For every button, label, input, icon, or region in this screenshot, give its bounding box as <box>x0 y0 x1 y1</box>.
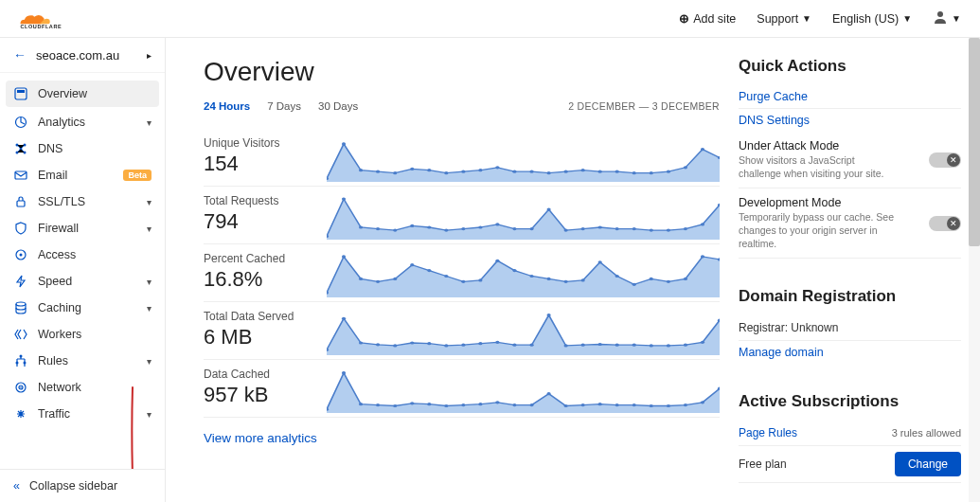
add-site-label: Add site <box>693 12 736 26</box>
svg-point-83 <box>547 278 551 280</box>
chevron-down-icon: ▼ <box>902 13 912 24</box>
sidebar-item-workers[interactable]: Workers <box>0 321 165 348</box>
svg-point-41 <box>650 171 653 174</box>
main: Overview 24 Hours7 Days30 Days2 DECEMBER… <box>166 38 980 502</box>
page-rules-link[interactable]: Page Rules <box>739 426 797 439</box>
scrollbar[interactable] <box>969 38 980 502</box>
sidebar-item-label: Overview <box>38 87 151 100</box>
sidebar-item-speed[interactable]: Speed ▾ <box>0 268 165 295</box>
under-attack-toggle-block: Under Attack Mode Show visitors a JavaSc… <box>739 132 961 188</box>
dev-mode-desc: Temporarily bypass our cache. See change… <box>739 211 895 250</box>
registrar-value: Unknown <box>791 321 838 334</box>
plus-icon: ⊕ <box>679 11 689 26</box>
toggle-knob: ✕ <box>947 153 960 167</box>
svg-point-138 <box>667 404 670 407</box>
svg-point-139 <box>684 403 687 406</box>
dev-mode-toggle[interactable]: ✕ <box>929 216 961 231</box>
svg-point-64 <box>633 227 636 230</box>
workers-icon <box>13 327 28 342</box>
svg-point-92 <box>701 255 704 258</box>
svg-point-109 <box>581 344 585 347</box>
svg-point-120 <box>359 403 363 405</box>
free-plan-label: Free plan <box>739 457 787 471</box>
layout: ← seoace.com.au ▸ Overview Analytics ▾ D… <box>0 38 980 502</box>
range-option[interactable]: 24 Hours <box>204 100 250 112</box>
svg-point-44 <box>701 148 704 151</box>
svg-point-15 <box>16 362 19 365</box>
dev-mode-title: Development Mode <box>739 196 895 209</box>
shield-icon <box>13 221 28 236</box>
cloudflare-logo[interactable]: CLOUDFLARE <box>19 6 102 32</box>
chevron-right-icon: ▸ <box>147 50 151 61</box>
svg-point-105 <box>512 344 516 347</box>
svg-point-27 <box>410 168 414 170</box>
metric-left: Total Requests 794 <box>204 194 315 234</box>
svg-point-115 <box>684 344 687 347</box>
change-plan-button[interactable]: Change <box>895 452 961 476</box>
collapse-sidebar-button[interactable]: « Collapse sidebar <box>0 469 165 502</box>
metric-label: Total Data Served <box>204 310 315 323</box>
sidebar-item-analytics[interactable]: Analytics ▾ <box>0 109 165 135</box>
metric-sparkline <box>327 252 720 297</box>
sidebar-item-firewall[interactable]: Firewall ▾ <box>0 215 165 242</box>
add-site-button[interactable]: ⊕ Add site <box>679 11 736 26</box>
account-dropdown[interactable]: ▼ <box>933 9 961 27</box>
sidebar-item-ssltls[interactable]: SSL/TLS ▾ <box>0 188 165 215</box>
sidebar-item-network[interactable]: Network <box>0 374 165 401</box>
metric-row: Total Requests 794 <box>204 187 720 244</box>
svg-point-76 <box>427 269 431 272</box>
domain-reg-title: Domain Registration <box>739 287 961 306</box>
svg-point-53 <box>444 229 448 232</box>
manage-domain-link[interactable]: Manage domain <box>739 341 961 364</box>
under-attack-title: Under Attack Mode <box>739 139 895 152</box>
svg-point-35 <box>547 171 551 174</box>
chevron-down-icon: ▼ <box>952 13 961 24</box>
sidebar-item-dns[interactable]: DNS <box>0 135 165 162</box>
svg-point-38 <box>598 170 602 173</box>
chevron-down-icon: ▾ <box>147 303 151 314</box>
svg-point-31 <box>478 169 482 171</box>
quick-actions-section: Quick Actions Purge Cache DNS Settings U… <box>739 57 961 270</box>
svg-point-61 <box>581 227 585 230</box>
sidebar-item-caching[interactable]: Caching ▾ <box>0 295 165 321</box>
metrics-list: Unique Visitors 154 Total Requests 794 P… <box>204 129 720 418</box>
beta-badge: Beta <box>123 170 151 181</box>
sidebar-item-overview[interactable]: Overview <box>6 81 159 107</box>
scrollbar-thumb[interactable] <box>969 38 980 246</box>
page-rules-row: Page Rules 3 rules allowed <box>739 421 961 446</box>
svg-point-112 <box>633 344 636 347</box>
sidebar-item-traffic[interactable]: Traffic ▾ <box>0 401 165 427</box>
svg-point-25 <box>376 170 380 173</box>
purge-cache-link[interactable]: Purge Cache <box>739 85 961 109</box>
range-option[interactable]: 7 Days <box>267 100 301 112</box>
svg-point-51 <box>410 224 414 227</box>
toggle-knob: ✕ <box>947 217 960 230</box>
date-range-label: 2 DECEMBER — 3 DECEMBER <box>568 100 720 112</box>
traffic-icon <box>13 406 28 421</box>
sidebar-item-rules[interactable]: Rules ▾ <box>0 348 165 374</box>
svg-text:CLOUDFLARE: CLOUDFLARE <box>20 24 62 29</box>
svg-rect-10 <box>15 171 27 179</box>
sidebar-item-email[interactable]: Email Beta <box>0 162 165 188</box>
back-arrow-icon[interactable]: ← <box>13 47 27 63</box>
dns-settings-link[interactable]: DNS Settings <box>739 109 961 132</box>
range-option[interactable]: 30 Days <box>318 100 358 112</box>
under-attack-toggle[interactable]: ✕ <box>929 152 961 168</box>
svg-point-30 <box>461 170 465 173</box>
svg-point-110 <box>598 343 602 346</box>
svg-point-140 <box>701 401 704 403</box>
site-selector[interactable]: ← seoace.com.au ▸ <box>0 38 165 73</box>
chevron-down-icon: ▼ <box>802 13 811 24</box>
view-more-analytics-link[interactable]: View more analytics <box>204 431 317 445</box>
metric-sparkline <box>327 310 720 355</box>
svg-point-128 <box>495 401 499 403</box>
svg-point-108 <box>564 344 568 347</box>
topbar: CLOUDFLARE ⊕ Add site Support ▼ English … <box>0 0 980 38</box>
chevron-down-icon: ▾ <box>147 197 151 207</box>
metric-left: Percent Cached 16.8% <box>204 252 315 292</box>
metric-sparkline <box>327 136 720 182</box>
support-dropdown[interactable]: Support ▼ <box>757 12 811 26</box>
svg-point-101 <box>444 344 448 347</box>
language-dropdown[interactable]: English (US) ▼ <box>832 12 912 26</box>
sidebar-item-access[interactable]: Access <box>0 242 165 268</box>
